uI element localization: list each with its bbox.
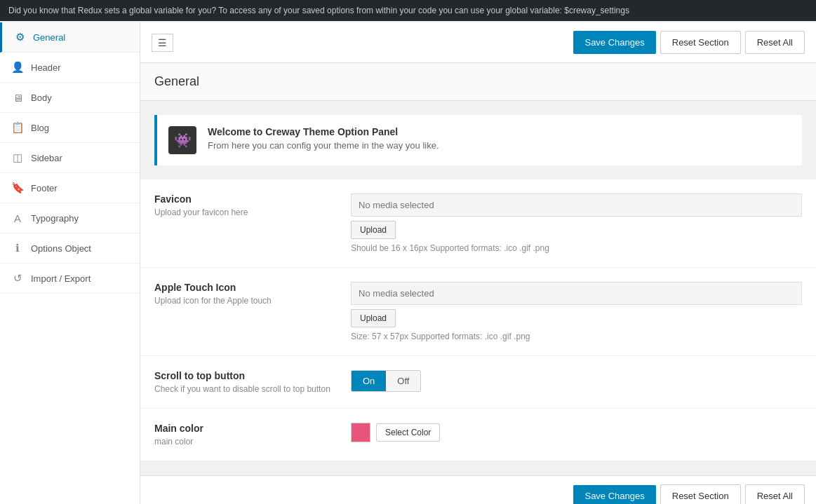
- sidebar-icon: ◫: [11, 151, 24, 164]
- toggle-switch: On Off: [351, 370, 421, 392]
- blog-icon: 📋: [11, 121, 24, 134]
- welcome-icon: 👾: [168, 126, 196, 154]
- select-color-button[interactable]: Select Color: [376, 423, 440, 442]
- gear-icon: ⚙: [13, 31, 26, 43]
- apple-icon-upload-button[interactable]: Upload: [351, 309, 396, 327]
- sidebar-label-blog: Blog: [31, 123, 49, 133]
- welcome-description: From here you can config your theme in t…: [208, 140, 439, 151]
- option-label-col-favicon: Favicon Upload your favicon here: [154, 193, 337, 217]
- favicon-media-input[interactable]: [351, 193, 802, 217]
- header-left: ☰: [152, 34, 173, 52]
- toggle-on-button[interactable]: On: [352, 371, 386, 391]
- header-actions: Save Changes Reset Section Reset All: [573, 31, 805, 54]
- option-label-col-color: Main color main color: [154, 423, 337, 447]
- sidebar-label-options-object: Options Object: [31, 243, 91, 254]
- main-content: ☰ Save Changes Reset Section Reset All G…: [140, 22, 816, 504]
- sidebar-item-sidebar[interactable]: ◫ Sidebar: [0, 143, 140, 173]
- info-message: Did you know that Redux sets a global va…: [8, 6, 629, 15]
- option-row-main-color: Main color main color Select Color: [140, 409, 816, 461]
- sidebar-label-import-export: Import / Export: [31, 273, 91, 284]
- option-control-apple: Upload Size: 57 x 57px Supported formats…: [351, 282, 802, 341]
- content-header: ☰ Save Changes Reset Section Reset All: [140, 22, 816, 63]
- sidebar-label-sidebar: Sidebar: [31, 153, 62, 163]
- options-section: Favicon Upload your favicon here Upload …: [140, 179, 816, 461]
- favicon-label: Favicon: [154, 193, 337, 205]
- favicon-desc: Upload your favicon here: [154, 207, 337, 217]
- reset-all-button-top[interactable]: Reset All: [745, 31, 805, 54]
- welcome-text: Welcome to Creway Theme Option Panel Fro…: [208, 126, 439, 151]
- favicon-format-hint: Should be 16 x 16px Supported formats: .…: [351, 243, 802, 253]
- reset-section-button-top[interactable]: Reset Section: [660, 31, 741, 54]
- option-row-favicon: Favicon Upload your favicon here Upload …: [140, 179, 816, 268]
- sidebar-label-general: General: [33, 32, 65, 43]
- option-control-scroll: On Off: [351, 370, 802, 392]
- color-swatch[interactable]: [351, 423, 370, 442]
- section-title-bar: General: [140, 63, 816, 101]
- scroll-top-label: Scroll to top button: [154, 370, 337, 381]
- sidebar-item-footer[interactable]: 🔖 Footer: [0, 173, 140, 203]
- sidebar-item-typography[interactable]: A Typography: [0, 203, 140, 233]
- option-label-col-scroll: Scroll to top button Check if you want t…: [154, 370, 337, 394]
- sidebar-label-footer: Footer: [31, 183, 58, 193]
- apple-icon-label: Apple Touch Icon: [154, 282, 337, 293]
- monitor-icon: 🖥: [11, 91, 24, 104]
- person-icon: 👤: [11, 61, 24, 74]
- sidebar-label-typography: Typography: [31, 213, 79, 224]
- main-color-desc: main color: [154, 437, 337, 447]
- welcome-box: 👾 Welcome to Creway Theme Option Panel F…: [154, 115, 802, 165]
- option-label-col-apple: Apple Touch Icon Upload icon for the App…: [154, 282, 337, 306]
- info-icon: ℹ: [11, 242, 24, 254]
- option-row-apple-icon: Apple Touch Icon Upload icon for the App…: [140, 268, 816, 356]
- color-selector: Select Color: [351, 423, 802, 442]
- option-control-favicon: Upload Should be 16 x 16px Supported for…: [351, 193, 802, 253]
- sidebar-item-options-object[interactable]: ℹ Options Object: [0, 233, 140, 264]
- scroll-top-desc: Check if you want to disable scroll to t…: [154, 384, 337, 394]
- top-info-bar: Did you know that Redux sets a global va…: [0, 0, 816, 21]
- apple-icon-media-input[interactable]: [351, 282, 802, 305]
- sidebar-label-header: Header: [31, 62, 61, 73]
- save-changes-button-bottom[interactable]: Save Changes: [573, 485, 655, 504]
- sidebar-item-import-export[interactable]: ↺ Import / Export: [0, 264, 140, 294]
- reset-all-button-bottom[interactable]: Reset All: [745, 484, 805, 504]
- content-body: General 👾 Welcome to Creway Theme Option…: [140, 63, 816, 504]
- favicon-upload-button[interactable]: Upload: [351, 221, 396, 239]
- typography-icon: A: [11, 212, 24, 224]
- refresh-icon: ↺: [11, 272, 24, 285]
- save-changes-button-top[interactable]: Save Changes: [573, 31, 655, 54]
- sidebar-label-body: Body: [31, 93, 52, 103]
- main-color-label: Main color: [154, 423, 337, 434]
- content-footer: Save Changes Reset Section Reset All: [140, 475, 816, 504]
- welcome-title: Welcome to Creway Theme Option Panel: [208, 126, 439, 137]
- sidebar-item-body[interactable]: 🖥 Body: [0, 83, 140, 113]
- section-title: General: [154, 74, 802, 89]
- toggle-off-button[interactable]: Off: [386, 371, 420, 391]
- collapse-button[interactable]: ☰: [152, 34, 173, 52]
- apple-icon-desc: Upload icon for the Apple touch: [154, 296, 337, 306]
- sidebar: ⚙ General 👤 Header 🖥 Body 📋 Blog ◫ Sideb…: [0, 22, 140, 504]
- option-control-color: Select Color: [351, 423, 802, 442]
- bookmark-icon: 🔖: [11, 182, 24, 194]
- apple-icon-format-hint: Size: 57 x 57px Supported formats: .ico …: [351, 332, 802, 341]
- sidebar-item-header[interactable]: 👤 Header: [0, 53, 140, 83]
- robot-icon: 👾: [174, 132, 192, 149]
- sidebar-item-blog[interactable]: 📋 Blog: [0, 113, 140, 143]
- sidebar-item-general[interactable]: ⚙ General: [0, 22, 140, 53]
- option-row-scroll-top: Scroll to top button Check if you want t…: [140, 356, 816, 409]
- reset-section-button-bottom[interactable]: Reset Section: [660, 484, 741, 504]
